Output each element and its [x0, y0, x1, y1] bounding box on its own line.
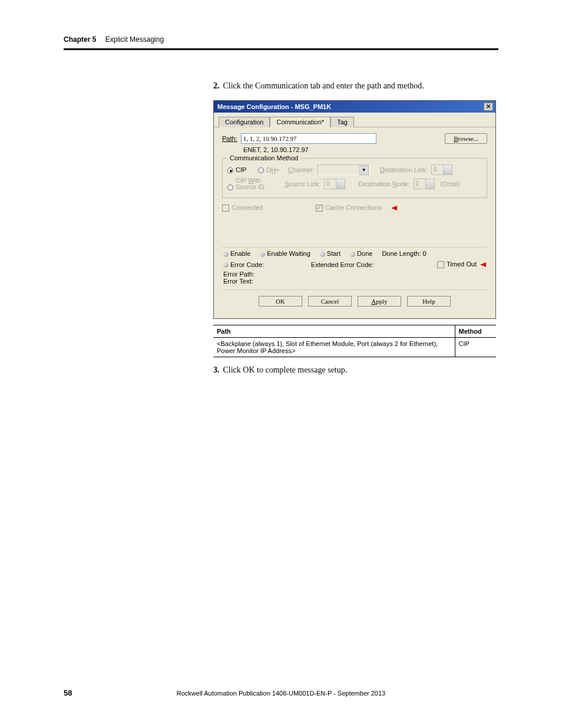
path-input[interactable]	[241, 133, 376, 144]
status-error-code: Error Code:	[223, 261, 264, 268]
apply-button[interactable]: Apply	[358, 296, 401, 307]
cache-checkbox[interactable]: Cache Connections	[316, 204, 382, 212]
step-3-number: 3.	[213, 365, 220, 374]
comm-method-group: Communication Method CIP DH+ Channel: De…	[222, 158, 487, 198]
dialog-body: Path: Browse... ENET, 2, 10.90.172.97 Co…	[214, 127, 495, 318]
tab-tag[interactable]: Tag	[330, 117, 354, 127]
led-icon	[223, 252, 229, 257]
radio-dot-icon	[258, 167, 264, 173]
checkbox-icon	[437, 261, 444, 268]
step-2-number: 2.	[213, 81, 220, 90]
step-3: 3.Click OK to complete message setup.	[213, 365, 498, 375]
radio-dot-icon	[227, 185, 233, 190]
step-2-text: Click the Communication tab and enter th…	[223, 81, 424, 90]
led-icon	[350, 252, 355, 257]
path-method-table: Path Method <Backplane (always 1), Slot …	[213, 325, 496, 357]
radio-cip-with-source[interactable]: CIP WithSource ID	[227, 177, 265, 190]
path-header: Path	[213, 325, 455, 338]
red-arrow-icon	[391, 206, 397, 210]
tab-configuration[interactable]: Configuration	[219, 117, 270, 127]
connected-checkbox[interactable]: Connected	[222, 204, 263, 212]
path-cell: <Backplane (always 1), Slot of Ethernet …	[213, 338, 455, 357]
error-path-label: Error Path:	[223, 271, 486, 278]
octal-label: (Octal)	[441, 180, 460, 187]
browse-button[interactable]: Browse...	[445, 133, 487, 144]
status-done-length: Done Length: 0	[382, 250, 426, 257]
error-text-label: Error Text:	[223, 278, 486, 285]
path-resolved: ENET, 2, 10.90.172.97	[243, 146, 487, 153]
led-icon	[320, 252, 325, 257]
cancel-button[interactable]: Cancel	[308, 296, 352, 307]
status-start: Start	[320, 250, 340, 257]
dialog-title: Message Configuration - MSG_PM1K	[217, 103, 331, 110]
timed-out-checkbox[interactable]: Timed Out	[437, 261, 486, 268]
dest-link-spin: 0	[431, 164, 452, 175]
dest-node-spin: 0	[414, 179, 435, 189]
chapter-label: Chapter 5	[64, 35, 96, 44]
ok-button[interactable]: OK	[259, 296, 302, 307]
help-button[interactable]: Help	[407, 296, 451, 307]
source-link-label: Source Link:	[285, 180, 320, 187]
dest-node-label: Destination Node:	[358, 180, 409, 187]
dialog-titlebar[interactable]: Message Configuration - MSG_PM1K ✕	[214, 101, 495, 113]
step-3-text: Click OK to complete message setup.	[223, 365, 348, 374]
step-2: 2.Click the Communication tab and enter …	[213, 81, 498, 91]
status-enable-waiting: Enable Waiting	[260, 250, 310, 257]
checkbox-icon	[222, 205, 229, 212]
method-header: Method	[455, 325, 496, 338]
radio-cip[interactable]: CIP	[227, 166, 246, 173]
extended-error-label: Extended Error Code:	[311, 261, 373, 268]
source-link-spin: 0	[324, 179, 345, 189]
header-rule	[64, 48, 498, 50]
dialog-button-row: OK Cancel Apply Help	[222, 289, 487, 314]
channel-label: Channel:	[288, 166, 314, 173]
method-cell: CIP	[455, 338, 496, 357]
radio-dh[interactable]: DH+	[258, 166, 279, 173]
running-header: Chapter 5 Explicit Messaging	[64, 35, 498, 44]
status-done: Done	[350, 250, 372, 257]
publication-info: Rockwell Automation Publication 1408-UM0…	[64, 690, 498, 697]
radio-dot-icon	[227, 167, 233, 173]
status-enable: Enable	[223, 250, 250, 257]
channel-combo	[318, 164, 371, 175]
checkbox-icon	[316, 205, 323, 212]
tab-row: Configuration Communication* Tag	[214, 113, 495, 127]
led-icon	[260, 252, 265, 257]
message-config-dialog: Message Configuration - MSG_PM1K ✕ Confi…	[213, 100, 496, 319]
chapter-title: Explicit Messaging	[105, 35, 164, 44]
dest-link-label: Destination Link:	[380, 166, 428, 173]
tab-communication[interactable]: Communication*	[270, 117, 330, 127]
page-footer: 58 Rockwell Automation Publication 1408-…	[64, 689, 498, 697]
comm-method-legend: Communication Method	[227, 154, 300, 162]
led-icon	[223, 262, 229, 268]
red-arrow-icon	[480, 262, 486, 267]
status-row: Enable Enable Waiting Start Done Done Le…	[222, 247, 487, 259]
path-label: Path:	[222, 135, 237, 142]
close-icon[interactable]: ✕	[484, 103, 493, 111]
